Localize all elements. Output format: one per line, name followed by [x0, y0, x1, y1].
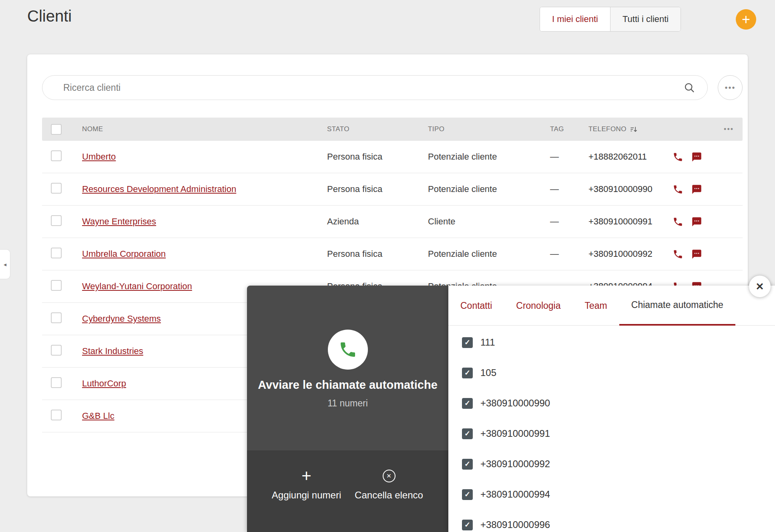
- number-label: +380910000992: [480, 458, 550, 470]
- call-icon[interactable]: [673, 152, 683, 162]
- table-header-row: NOME STATO TIPO TAG TELEFONO •••: [42, 118, 743, 141]
- autodial-panel: Avviare le chiamate automatiche 11 numer…: [247, 286, 448, 532]
- number-checkbox[interactable]: ✓: [462, 368, 473, 378]
- row-checkbox[interactable]: [51, 377, 62, 388]
- clear-list-button[interactable]: ✕ Cancella elenco: [349, 468, 429, 532]
- detail-tabs: Contatti Cronologia Team Chiamate automa…: [448, 286, 775, 326]
- search-bar: [42, 75, 708, 100]
- sms-icon[interactable]: [691, 216, 702, 227]
- number-checkbox[interactable]: ✓: [462, 520, 473, 530]
- call-icon[interactable]: [673, 184, 683, 195]
- list-item: ✓ +380910000996: [448, 510, 775, 532]
- number-checkbox[interactable]: ✓: [462, 398, 473, 409]
- list-item: ✓ +380910000990: [448, 388, 775, 418]
- contact-detail-panel: Contatti Cronologia Team Chiamate automa…: [448, 286, 775, 532]
- list-item: ✓ +380910000994: [448, 479, 775, 510]
- list-item: ✓ +380910000991: [448, 418, 775, 449]
- sms-icon[interactable]: [691, 249, 702, 260]
- search-input[interactable]: [42, 75, 708, 100]
- tab-contatti[interactable]: Contatti: [448, 286, 504, 326]
- close-panel-button[interactable]: ✕: [749, 276, 771, 297]
- list-item: ✓ 111: [448, 327, 775, 358]
- row-checkbox[interactable]: [51, 215, 62, 226]
- sort-icon[interactable]: [630, 126, 637, 133]
- number-label: 111: [480, 337, 495, 348]
- type-cell: Potenziale cliente: [428, 249, 550, 259]
- type-cell: Potenziale cliente: [428, 184, 550, 194]
- chevron-left-icon: ◂: [4, 261, 6, 268]
- my-clients-button[interactable]: I miei clienti: [540, 7, 610, 31]
- status-cell: Persona fisica: [327, 249, 428, 259]
- tag-cell: —: [550, 249, 588, 259]
- search-icon[interactable]: [684, 82, 695, 93]
- row-checkbox[interactable]: [51, 345, 62, 356]
- client-name-link[interactable]: Resources Development Administration: [82, 184, 327, 194]
- autodial-count: 11 numeri: [327, 398, 368, 409]
- green-phone-icon: [338, 340, 357, 359]
- number-label: +380910000994: [480, 489, 550, 500]
- view-toggle-group: I miei clienti Tutti i clienti: [540, 7, 681, 32]
- autodial-number-list: ✓ 111 ✓ 105 ✓ +380910000990 ✓ +380910000…: [448, 326, 775, 532]
- status-cell: Persona fisica: [327, 184, 428, 194]
- row-checkbox[interactable]: [51, 150, 62, 161]
- client-name-link[interactable]: Umbrella Corporation: [82, 249, 327, 259]
- tab-team[interactable]: Team: [573, 286, 619, 326]
- number-label: +380910000990: [480, 398, 550, 409]
- sms-icon[interactable]: [691, 184, 702, 195]
- sms-icon[interactable]: [691, 152, 702, 162]
- tag-cell: —: [550, 184, 588, 194]
- type-cell: Cliente: [428, 216, 550, 227]
- page-title: Clienti: [27, 7, 72, 25]
- header-more-icon[interactable]: •••: [673, 125, 743, 134]
- sidebar-collapse-toggle[interactable]: ◂: [0, 249, 10, 279]
- column-header-status[interactable]: STATO: [327, 125, 428, 133]
- row-checkbox[interactable]: [51, 183, 62, 194]
- number-checkbox[interactable]: ✓: [462, 489, 473, 500]
- number-label: 105: [480, 367, 496, 378]
- add-client-button[interactable]: +: [736, 9, 756, 30]
- number-label: +380910000996: [480, 519, 550, 530]
- phone-cell: +380910000990: [588, 184, 673, 194]
- select-all-checkbox[interactable]: [51, 124, 62, 135]
- plus-icon: +: [301, 468, 311, 484]
- call-icon[interactable]: [673, 249, 683, 260]
- all-clients-button[interactable]: Tutti i clienti: [610, 7, 681, 31]
- autodial-title: Avviare le chiamate automatiche: [258, 378, 438, 392]
- table-row: Wayne Enterprises Azienda Cliente — +380…: [42, 206, 743, 238]
- tag-cell: —: [550, 152, 588, 162]
- table-row: Umberto Persona fisica Potenziale client…: [42, 141, 743, 173]
- status-cell: Persona fisica: [327, 152, 428, 162]
- tag-cell: —: [550, 216, 588, 227]
- phone-cell: +18882062011: [588, 152, 673, 162]
- phone-cell: +380910000991: [588, 216, 673, 227]
- tab-cronologia[interactable]: Cronologia: [504, 286, 572, 326]
- table-row: Resources Development Administration Per…: [42, 173, 743, 206]
- column-header-tag[interactable]: TAG: [550, 125, 588, 133]
- add-numbers-button[interactable]: + Aggiungi numeri: [267, 468, 346, 532]
- type-cell: Potenziale cliente: [428, 152, 550, 162]
- dialer-phone-badge: [328, 330, 368, 370]
- number-checkbox[interactable]: ✓: [462, 459, 473, 470]
- tab-chiamate-automatiche[interactable]: Chiamate automatiche: [619, 286, 735, 326]
- more-options-button[interactable]: •••: [718, 75, 743, 100]
- row-checkbox[interactable]: [51, 248, 62, 258]
- table-row: Umbrella Corporation Persona fisica Pote…: [42, 238, 743, 270]
- call-icon[interactable]: [673, 216, 683, 227]
- number-checkbox[interactable]: ✓: [462, 337, 473, 348]
- column-header-name[interactable]: NOME: [82, 125, 327, 133]
- row-checkbox[interactable]: [51, 312, 62, 323]
- phone-cell: +380910000992: [588, 249, 673, 259]
- list-item: ✓ +380910000992: [448, 449, 775, 479]
- number-checkbox[interactable]: ✓: [462, 428, 473, 439]
- status-cell: Azienda: [327, 216, 428, 227]
- client-name-link[interactable]: Umberto: [82, 152, 327, 162]
- column-header-type[interactable]: TIPO: [428, 125, 550, 133]
- cancel-circle-icon: ✕: [383, 470, 396, 482]
- client-name-link[interactable]: Wayne Enterprises: [82, 216, 327, 227]
- column-header-phone[interactable]: TELEFONO: [588, 125, 673, 133]
- row-checkbox[interactable]: [51, 410, 62, 420]
- autodial-footer: + Aggiungi numeri ✕ Cancella elenco: [247, 450, 448, 532]
- list-item: ✓ 105: [448, 358, 775, 388]
- row-checkbox[interactable]: [51, 280, 62, 291]
- number-label: +380910000991: [480, 428, 550, 439]
